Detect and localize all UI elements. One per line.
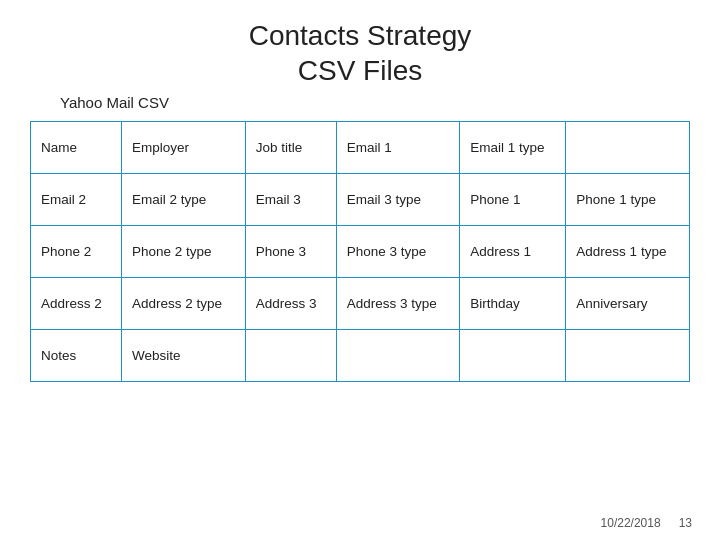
table-cell: Address 1 type bbox=[566, 226, 690, 278]
table-cell: Notes bbox=[31, 330, 122, 382]
table-cell: Anniversary bbox=[566, 278, 690, 330]
table-cell: Email 1 type bbox=[460, 122, 566, 174]
table-cell: Address 1 bbox=[460, 226, 566, 278]
table-cell: Phone 1 type bbox=[566, 174, 690, 226]
table-cell bbox=[336, 330, 460, 382]
table-cell: Email 2 bbox=[31, 174, 122, 226]
table-row: Phone 2Phone 2 typePhone 3Phone 3 typeAd… bbox=[31, 226, 690, 278]
table-row: NameEmployerJob titleEmail 1Email 1 type bbox=[31, 122, 690, 174]
table-cell bbox=[566, 122, 690, 174]
table-cell: Phone 3 type bbox=[336, 226, 460, 278]
table-row: NotesWebsite bbox=[31, 330, 690, 382]
table-cell: Phone 3 bbox=[245, 226, 336, 278]
csv-table-wrap: NameEmployerJob titleEmail 1Email 1 type… bbox=[30, 121, 690, 382]
table-cell: Job title bbox=[245, 122, 336, 174]
footer-page: 13 bbox=[679, 516, 692, 530]
table-cell: Birthday bbox=[460, 278, 566, 330]
table-cell bbox=[566, 330, 690, 382]
table-cell: Email 3 bbox=[245, 174, 336, 226]
table-cell: Email 3 type bbox=[336, 174, 460, 226]
table-cell: Address 2 bbox=[31, 278, 122, 330]
table-cell: Phone 2 bbox=[31, 226, 122, 278]
page-title: Contacts Strategy CSV Files bbox=[0, 0, 720, 88]
subtitle: Yahoo Mail CSV bbox=[60, 94, 720, 111]
table-cell: Employer bbox=[122, 122, 246, 174]
table-row: Address 2Address 2 typeAddress 3Address … bbox=[31, 278, 690, 330]
csv-table: NameEmployerJob titleEmail 1Email 1 type… bbox=[30, 121, 690, 382]
table-cell bbox=[460, 330, 566, 382]
footer: 10/22/2018 13 bbox=[601, 516, 692, 530]
table-cell bbox=[245, 330, 336, 382]
table-cell: Address 2 type bbox=[122, 278, 246, 330]
table-cell: Phone 1 bbox=[460, 174, 566, 226]
table-cell: Address 3 bbox=[245, 278, 336, 330]
table-cell: Name bbox=[31, 122, 122, 174]
table-row: Email 2Email 2 typeEmail 3Email 3 typePh… bbox=[31, 174, 690, 226]
table-cell: Phone 2 type bbox=[122, 226, 246, 278]
table-cell: Email 1 bbox=[336, 122, 460, 174]
table-cell: Address 3 type bbox=[336, 278, 460, 330]
footer-date: 10/22/2018 bbox=[601, 516, 661, 530]
table-cell: Website bbox=[122, 330, 246, 382]
table-cell: Email 2 type bbox=[122, 174, 246, 226]
